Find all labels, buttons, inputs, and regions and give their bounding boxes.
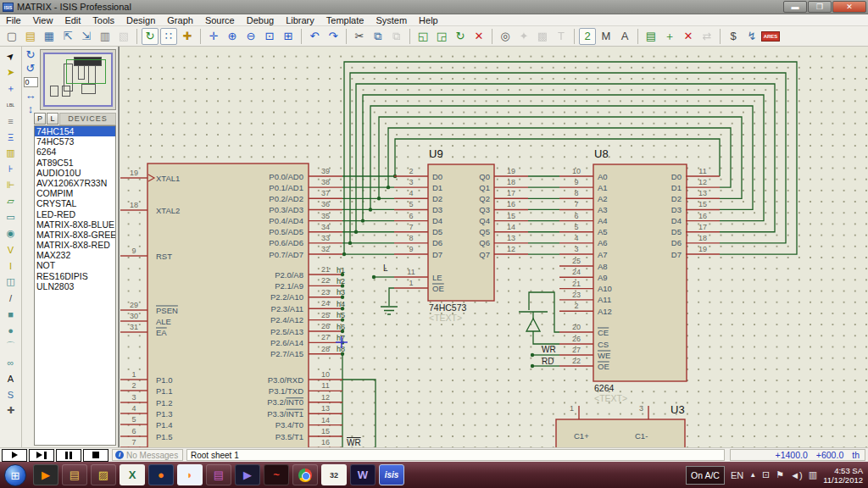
electrical-rules-check-icon[interactable]: ↯ bbox=[743, 28, 760, 45]
zoom-all-icon[interactable]: ⊞ bbox=[280, 28, 297, 45]
gadget-icon[interactable]: ⊡ bbox=[762, 469, 770, 480]
mcu-component[interactable]: 19XTAL118XTAL29RST29PSEN30ALE31EA1P1.02P… bbox=[120, 164, 342, 447]
taskbar-messenger-icon[interactable]: ◗ bbox=[177, 464, 203, 485]
export-section-icon[interactable]: ⇲ bbox=[78, 28, 95, 45]
taskbar-kmplayer-icon[interactable]: ▶ bbox=[235, 464, 260, 485]
clock[interactable]: 4:53 SA 11/12/2012 bbox=[823, 466, 863, 485]
paste-from-clipboard-icon[interactable]: ⧉ bbox=[388, 28, 405, 45]
taskbar-chrome-icon[interactable] bbox=[292, 464, 318, 485]
overview-viewport[interactable] bbox=[66, 59, 106, 84]
taskbar-excel-icon[interactable]: X bbox=[120, 464, 145, 485]
menu-item-template[interactable]: Template bbox=[320, 14, 370, 26]
close-button[interactable]: ✕ bbox=[832, 1, 866, 13]
zoom-out-icon[interactable]: ⊖ bbox=[242, 28, 259, 45]
box-2d-icon[interactable]: ■ bbox=[2, 306, 19, 322]
simulate-pause-button[interactable] bbox=[56, 449, 81, 462]
pick-devices-button[interactable]: P bbox=[34, 113, 46, 125]
schematic-canvas[interactable]: 19XTAL118XTAL29RST29PSEN30ALE31EA1P1.02P… bbox=[119, 47, 868, 447]
device-item-matrix-8x8-green[interactable]: MATRIX-8X8-GREEN bbox=[35, 230, 115, 240]
device-item-crystal[interactable]: CRYSTAL bbox=[35, 198, 115, 208]
taskbar-isis-proteus-icon[interactable]: isis bbox=[379, 464, 404, 485]
new-sheet-icon[interactable]: ＋ bbox=[661, 28, 678, 45]
arc-2d-icon[interactable]: ⌒ bbox=[2, 338, 19, 354]
netlist-to-ares-icon[interactable]: ARES bbox=[762, 28, 779, 45]
rotate-anticlockwise-icon[interactable]: ↺ bbox=[26, 62, 36, 75]
decompose-icon[interactable]: Τ bbox=[553, 28, 570, 45]
menu-item-file[interactable]: File bbox=[0, 14, 27, 26]
simulate-run-button[interactable] bbox=[2, 449, 27, 462]
taskbar-winrar-icon[interactable]: ▤ bbox=[206, 464, 231, 485]
taskbar-firefox-icon[interactable]: ● bbox=[148, 464, 174, 485]
generator-mode-icon[interactable]: ◉ bbox=[2, 225, 19, 241]
menu-item-tools[interactable]: Tools bbox=[86, 14, 120, 26]
simulate-stop-button[interactable] bbox=[83, 449, 108, 462]
block-copy-icon[interactable]: ◱ bbox=[415, 28, 431, 45]
block-delete-icon[interactable]: ✕ bbox=[470, 28, 487, 45]
terminals-mode-icon[interactable]: ⊦ bbox=[2, 161, 19, 177]
u8-sram-component[interactable]: U86264<TEXT>10A09A18A27A36A45A54A63A725A… bbox=[559, 147, 720, 403]
network-icon[interactable]: ▥ bbox=[809, 469, 817, 480]
device-item-audio10u[interactable]: AUDIO10U bbox=[35, 168, 115, 178]
toggle-false-origin-icon[interactable]: ✚ bbox=[179, 28, 196, 45]
u9-latch-component[interactable]: U974HC573<TEXT>2D03D14D25D36D47D58D69D71… bbox=[394, 147, 528, 323]
buses-icon[interactable]: Ξ bbox=[2, 129, 19, 145]
volume-icon[interactable]: ◄) bbox=[790, 470, 803, 480]
restore-button[interactable]: ❐ bbox=[808, 1, 832, 13]
overview-window[interactable] bbox=[40, 49, 116, 110]
menu-item-design[interactable]: Design bbox=[120, 14, 161, 26]
line-2d-icon[interactable]: / bbox=[2, 290, 19, 306]
circle-2d-icon[interactable]: ● bbox=[2, 322, 19, 338]
device-item-res16dipis[interactable]: RES16DIPIS bbox=[35, 271, 115, 281]
tape-recorder-icon[interactable]: ▭ bbox=[2, 209, 19, 225]
text-script-icon[interactable]: ≡ bbox=[2, 113, 19, 129]
taskbar-media-player-icon[interactable]: ▶ bbox=[33, 464, 58, 485]
y-mirror-icon[interactable]: ↕ bbox=[28, 103, 34, 116]
device-item-matrix-8x8-red[interactable]: MATRIX-8X8-RED bbox=[35, 240, 115, 250]
wire-autorouter-icon[interactable]: 2 bbox=[579, 28, 596, 45]
menu-item-debug[interactable]: Debug bbox=[241, 14, 280, 26]
power-status[interactable]: On A/C bbox=[686, 466, 725, 485]
menu-item-help[interactable]: Help bbox=[413, 14, 444, 26]
symbols-2d-icon[interactable]: S bbox=[2, 386, 19, 402]
language-indicator[interactable]: EN bbox=[731, 470, 743, 480]
print-design-icon[interactable]: ▥ bbox=[97, 28, 114, 45]
design-explorer-icon[interactable]: ▤ bbox=[643, 28, 659, 45]
device-item-avx1206x7r33n[interactable]: AVX1206X7R33N bbox=[35, 178, 115, 188]
zoom-in-icon[interactable]: ⊕ bbox=[224, 28, 241, 45]
mark-output-area-icon[interactable]: ▧ bbox=[115, 28, 132, 45]
taskbar-sticky-notes-icon[interactable]: ▨ bbox=[91, 464, 116, 485]
search-tags-icon[interactable]: M bbox=[598, 28, 615, 45]
simulate-step-button[interactable] bbox=[29, 449, 54, 462]
redo-icon[interactable]: ↷ bbox=[325, 28, 342, 45]
copy-to-clipboard-icon[interactable]: ⧉ bbox=[370, 28, 387, 45]
start-button[interactable]: ⊞ bbox=[4, 464, 26, 486]
device-item-6264[interactable]: 6264 bbox=[35, 147, 115, 157]
open-design-icon[interactable]: ▤ bbox=[22, 28, 39, 45]
packaging-tool-icon[interactable]: ▩ bbox=[534, 28, 551, 45]
undo-icon[interactable]: ↶ bbox=[306, 28, 323, 45]
minimize-button[interactable]: ▬ bbox=[783, 1, 807, 13]
voltage-probe-icon[interactable]: V bbox=[2, 241, 19, 258]
schematic-drawing[interactable]: 19XTAL118XTAL29RST29PSEN30ALE31EA1P1.02P… bbox=[120, 47, 868, 447]
block-move-icon[interactable]: ◲ bbox=[433, 28, 450, 45]
menu-item-edit[interactable]: Edit bbox=[58, 14, 86, 26]
x-mirror-icon[interactable]: ↔ bbox=[25, 89, 36, 103]
device-item-compim[interactable]: COMPIM bbox=[35, 188, 115, 198]
menu-item-graph[interactable]: Graph bbox=[161, 14, 199, 26]
import-section-icon[interactable]: ⇱ bbox=[59, 28, 76, 45]
device-item-74hc154[interactable]: 74HC154 bbox=[35, 126, 115, 136]
subcircuit-icon[interactable]: ▥ bbox=[2, 145, 19, 161]
toggle-grid-icon[interactable]: ∷ bbox=[160, 28, 177, 45]
device-item-uln2803[interactable]: ULN2803 bbox=[35, 281, 115, 291]
menu-item-library[interactable]: Library bbox=[280, 14, 320, 26]
u3-component[interactable]: U313C1+C1- bbox=[556, 403, 685, 447]
remove-sheet-icon[interactable]: ✕ bbox=[680, 28, 697, 45]
make-device-icon[interactable]: ✦ bbox=[515, 28, 532, 45]
library-manager-button[interactable]: L bbox=[47, 113, 58, 125]
path-2d-icon[interactable]: ∞ bbox=[2, 354, 19, 370]
current-probe-icon[interactable]: I bbox=[2, 258, 19, 274]
bill-of-materials-icon[interactable]: $ bbox=[725, 28, 742, 45]
taskbar-foxit-reader-icon[interactable]: ~ bbox=[264, 464, 289, 485]
device-item-matrix-8x8-blue[interactable]: MATRIX-8X8-BLUE bbox=[35, 219, 115, 230]
device-item-at89c51[interactable]: AT89C51 bbox=[35, 158, 115, 168]
